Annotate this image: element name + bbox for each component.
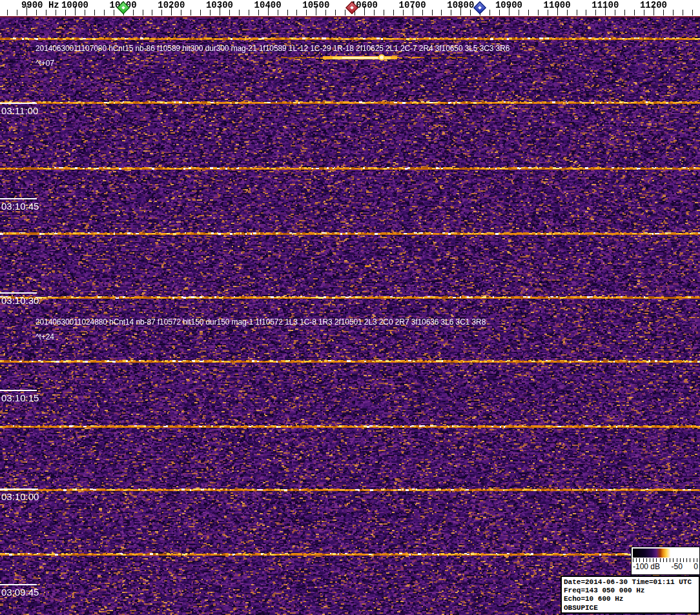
db-scale-labels: -100 dB-500 xyxy=(632,562,699,571)
time-label: 03:11:00 xyxy=(1,105,38,116)
spectrogram-canvas xyxy=(0,0,700,615)
detection-time-tag: ^t+24 xyxy=(36,332,486,341)
axis-label: 9900 Hz xyxy=(21,0,59,10)
time-label: 03:10:30 xyxy=(1,295,39,306)
axis-label: 10300 xyxy=(206,0,233,10)
time-label: 03:10:45 xyxy=(1,201,39,212)
db-scale-label: -100 dB xyxy=(633,562,660,571)
info-line: OBSUPICE xyxy=(564,604,697,612)
detection-annotation: 20140630011107080 hCnt15 nb-86 f10589 hi… xyxy=(36,44,510,68)
axis-label: 10400 xyxy=(254,0,282,10)
time-label: 03:10:15 xyxy=(1,392,39,403)
marker-center-dot xyxy=(478,6,482,10)
db-gradient-bar xyxy=(633,549,698,558)
axis-label: 11200 xyxy=(640,0,667,10)
db-scale-label: -50 xyxy=(672,562,683,571)
axis-label: 10500 xyxy=(302,0,329,10)
marker-center-dot xyxy=(350,6,354,10)
info-line: Date=2014-06-30 Time=01:11 UTC xyxy=(564,578,697,587)
info-line: Echo=10 600 Hz xyxy=(564,595,697,603)
time-label: 03:10:00 xyxy=(1,491,39,502)
detection-text: 20140630011107080 hCnt15 nb-86 f10589 hi… xyxy=(36,44,510,53)
axis-label: 10800 xyxy=(447,0,474,10)
detection-text: 20140630011024880 hCnt14 nb-87 f10572 hi… xyxy=(36,318,486,327)
db-scale-legend: -100 dB-500 xyxy=(631,547,700,575)
axis-label: 10000 xyxy=(61,0,88,10)
axis-label: 10200 xyxy=(158,0,185,10)
time-label: 03:09:45 xyxy=(1,587,39,598)
axis-label: 11000 xyxy=(544,0,571,10)
axis-label: 10700 xyxy=(399,0,426,10)
axis-label: 11100 xyxy=(592,0,619,10)
detection-time-tag: ^t+07 xyxy=(36,59,510,68)
station-info-box: Date=2014-06-30 Time=01:11 UTCFreq=143 0… xyxy=(561,576,700,614)
marker-center-dot xyxy=(121,6,125,10)
detection-annotation: 20140630011024880 hCnt14 nb-87 f10572 hi… xyxy=(36,318,486,341)
spectrogram-screen: 9900 Hz100001010010200103001040010500106… xyxy=(0,0,700,615)
db-scale-label: 0 xyxy=(694,562,698,571)
axis-label: 10900 xyxy=(495,0,522,10)
info-line: Freq=143 050 000 Hz xyxy=(564,587,697,595)
